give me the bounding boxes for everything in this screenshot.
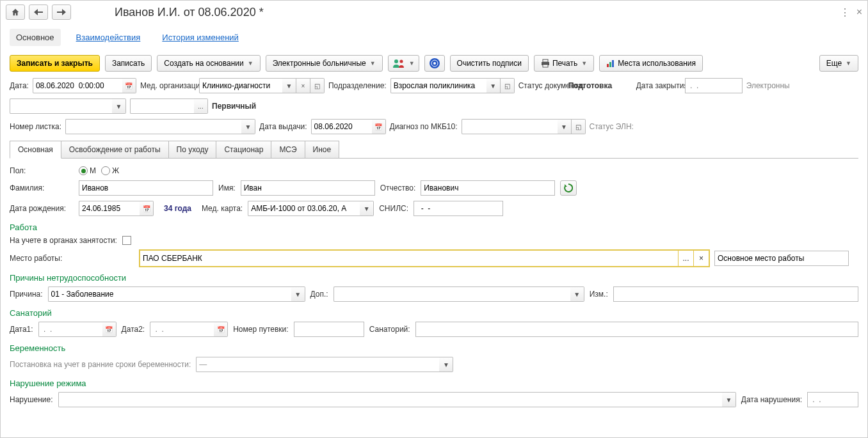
firstname-input[interactable]: [241, 180, 375, 196]
clear-signatures-button[interactable]: Очистить подписи: [450, 55, 529, 72]
voucher-input[interactable]: [294, 322, 364, 337]
age-value: 34 года: [164, 204, 191, 213]
create-based-button[interactable]: Создать на основании▼: [157, 55, 260, 72]
sanatorium-label: Санаторий:: [369, 325, 410, 334]
calendar-icon[interactable]: 📅: [372, 119, 386, 134]
gender-male-radio[interactable]: М: [79, 166, 96, 175]
date-label: Дата:: [10, 81, 29, 90]
save-button[interactable]: Записать: [105, 55, 152, 72]
reason-change-input[interactable]: [613, 286, 858, 302]
birthdate-input[interactable]: [79, 201, 140, 216]
close-date-input[interactable]: [685, 78, 743, 93]
date-input[interactable]: [33, 78, 122, 93]
svg-point-0: [394, 59, 398, 63]
status-value: Подготовка: [568, 81, 632, 90]
more-button[interactable]: Еще▼: [819, 55, 858, 72]
violation-input[interactable]: [58, 392, 723, 407]
open-icon[interactable]: ◱: [310, 78, 325, 93]
gender-female-radio[interactable]: Ж: [101, 166, 119, 175]
refresh-button[interactable]: [560, 180, 577, 196]
chevron-down-icon[interactable]: ▼: [112, 98, 126, 114]
chevron-down-icon: ▼: [581, 60, 587, 66]
save-close-button[interactable]: Записать и закрыть: [10, 55, 100, 72]
clear-icon[interactable]: ×: [296, 78, 310, 93]
svg-rect-8: [607, 64, 609, 67]
sheet-number-input[interactable]: [65, 119, 241, 134]
section-violation: Нарушение режима: [10, 375, 858, 389]
eln-button[interactable]: Электронные больничные▼: [266, 55, 383, 72]
reason-change-label: Изм.:: [590, 290, 608, 299]
tab-mse[interactable]: МСЭ: [271, 141, 305, 159]
clear-icon[interactable]: ×: [693, 251, 709, 266]
snils-input[interactable]: [414, 201, 503, 216]
chevron-down-icon[interactable]: ▼: [241, 119, 255, 134]
chevron-down-icon[interactable]: ▼: [486, 78, 501, 93]
employment-reg-checkbox[interactable]: [122, 236, 131, 245]
calendar-icon[interactable]: 📅: [140, 201, 154, 216]
dept-input[interactable]: [390, 78, 486, 93]
violation-date-input[interactable]: [807, 392, 858, 407]
chevron-down-icon[interactable]: ▼: [722, 392, 736, 407]
date1-input[interactable]: [38, 322, 102, 337]
tab-history[interactable]: История изменений: [156, 29, 245, 46]
date2-label: Дата2:: [122, 325, 145, 334]
calendar-icon[interactable]: 📅: [102, 322, 117, 337]
sanatorium-input[interactable]: [415, 322, 858, 337]
workplace-type-input[interactable]: [714, 251, 849, 266]
lookup-input-1[interactable]: [130, 98, 194, 114]
users-icon-button[interactable]: ▼: [388, 55, 419, 72]
svg-rect-7: [543, 65, 548, 67]
open-icon[interactable]: ◱: [572, 119, 586, 134]
chevron-down-icon: ▼: [248, 60, 253, 66]
chevron-down-icon[interactable]: ▼: [282, 78, 296, 93]
issue-date-input[interactable]: [311, 119, 372, 134]
violation-date-label: Дата нарушения:: [741, 395, 802, 404]
pregnancy-reg-label: Постановка на учет в ранние сроки береме…: [10, 360, 191, 369]
close-icon[interactable]: ×: [856, 6, 862, 18]
chevron-down-icon: ▼: [409, 60, 415, 66]
org-input[interactable]: [199, 78, 282, 93]
snils-label: СНИЛС:: [379, 204, 408, 213]
ellipsis-icon[interactable]: ...: [194, 98, 208, 114]
chevron-down-icon[interactable]: ▼: [558, 119, 572, 134]
status-label: Статус документа:: [518, 81, 565, 90]
chevron-down-icon[interactable]: ▼: [439, 357, 453, 372]
kebab-icon[interactable]: ⋮: [840, 6, 850, 19]
chevron-down-icon[interactable]: ▼: [291, 286, 305, 302]
print-button[interactable]: Печать▼: [534, 55, 594, 72]
calendar-icon[interactable]: 📅: [214, 322, 228, 337]
chevron-down-icon[interactable]: ▼: [570, 286, 584, 302]
calendar-icon[interactable]: 📅: [122, 78, 136, 93]
reason-add-input[interactable]: [334, 286, 570, 302]
surname-input[interactable]: [79, 180, 213, 196]
workplace-label: Место работы:: [10, 254, 134, 263]
seal-icon-button[interactable]: [424, 55, 445, 72]
combo-input-1[interactable]: [10, 98, 112, 114]
tab-release[interactable]: Освобождение от работы: [61, 141, 169, 159]
mkb-input[interactable]: [462, 119, 558, 134]
birthdate-label: Дата рождения:: [10, 204, 74, 213]
svg-point-4: [433, 62, 436, 65]
ellipsis-icon[interactable]: ...: [678, 251, 693, 266]
tab-care[interactable]: По уходу: [168, 141, 217, 159]
reason-input[interactable]: [48, 286, 291, 302]
workplace-input[interactable]: [140, 251, 678, 266]
chevron-down-icon[interactable]: ▼: [360, 201, 374, 216]
tab-other[interactable]: Иное: [305, 141, 340, 159]
back-button[interactable]: [29, 4, 48, 20]
tab-hospital[interactable]: Стационар: [216, 141, 271, 159]
medcard-input[interactable]: [248, 201, 360, 216]
svg-rect-9: [609, 62, 611, 67]
tab-main[interactable]: Основное: [10, 29, 61, 46]
tab-interactions[interactable]: Взаимодействия: [70, 29, 147, 46]
home-button[interactable]: [6, 4, 25, 20]
patronymic-input[interactable]: [421, 180, 555, 196]
tab-basic[interactable]: Основная: [10, 141, 61, 159]
pregnancy-reg-input[interactable]: [196, 357, 439, 372]
open-icon[interactable]: ◱: [501, 78, 515, 93]
eln-status-label: Статус ЭЛН:: [590, 122, 634, 131]
usage-button[interactable]: Места использования: [599, 55, 703, 72]
date2-input[interactable]: [150, 322, 214, 337]
forward-button[interactable]: [52, 4, 71, 20]
section-work: Работа: [10, 219, 858, 233]
